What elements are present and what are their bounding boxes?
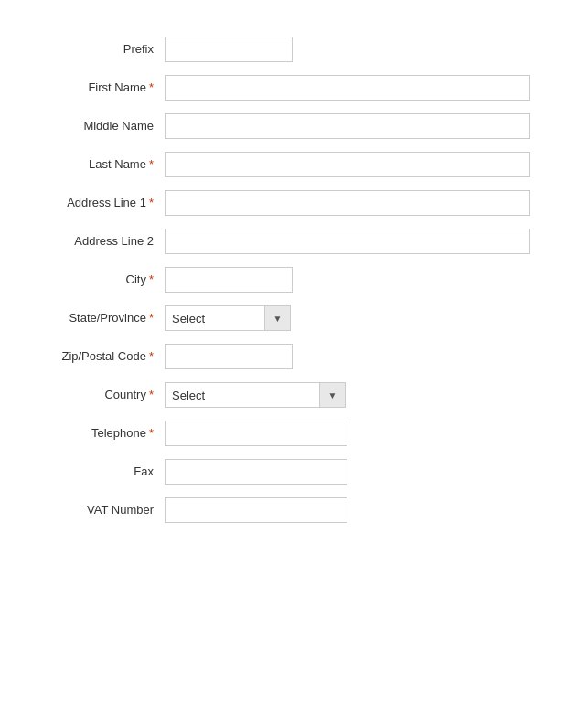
prefix-row: Prefix [18,37,551,62]
first-name-row: First Name* [18,75,551,101]
required-star: * [149,157,154,171]
address-form: Prefix First Name* Middle Name Last Name… [0,18,588,554]
address-line1-label: Address Line 1* [18,195,165,211]
required-star: * [149,80,154,94]
state-province-select-wrapper: ▼ [165,305,291,331]
city-label: City* [18,272,165,288]
required-star: * [149,196,154,209]
chevron-down-icon: ▼ [328,390,337,400]
middle-name-label: Middle Name [18,118,165,134]
vat-number-row: VAT Number [18,497,551,523]
fax-label: Fax [18,464,165,480]
first-name-label: First Name* [18,80,165,96]
country-select-wrapper: ▼ [165,382,346,408]
address-line2-label: Address Line 2 [18,233,165,250]
first-name-input[interactable] [165,75,530,101]
last-name-row: Last Name* [18,152,551,177]
city-input[interactable] [165,267,293,293]
telephone-input[interactable] [165,421,347,446]
address-line1-input[interactable] [165,190,530,216]
state-province-dropdown-button[interactable]: ▼ [265,305,291,331]
zip-postal-code-input[interactable] [165,344,293,369]
fax-input[interactable] [165,459,347,485]
middle-name-input[interactable] [165,113,530,139]
address-line1-row: Address Line 1* [18,190,551,216]
state-province-label: State/Province* [18,310,165,326]
country-label: Country* [18,387,165,403]
required-star: * [149,272,154,286]
address-line2-input[interactable] [165,229,530,254]
required-star: * [149,388,154,401]
city-row: City* [18,267,551,293]
chevron-down-icon: ▼ [273,314,283,324]
country-dropdown-button[interactable]: ▼ [320,382,346,408]
prefix-input[interactable] [165,37,293,62]
country-row: Country* ▼ [18,382,551,408]
state-province-row: State/Province* ▼ [18,305,551,331]
telephone-row: Telephone* [18,421,551,446]
fax-row: Fax [18,459,551,485]
country-input[interactable] [165,382,320,408]
vat-number-label: VAT Number [18,502,165,518]
address-line2-row: Address Line 2 [18,229,551,254]
zip-postal-code-row: Zip/Postal Code* [18,344,551,369]
last-name-input[interactable] [165,152,530,177]
telephone-label: Telephone* [18,425,165,442]
state-province-input[interactable] [165,305,265,331]
vat-number-input[interactable] [165,497,347,523]
zip-postal-code-label: Zip/Postal Code* [18,348,165,365]
required-star: * [149,426,154,440]
last-name-label: Last Name* [18,156,165,173]
prefix-label: Prefix [18,41,165,58]
middle-name-row: Middle Name [18,113,551,139]
required-star: * [149,349,154,363]
required-star: * [149,311,154,325]
